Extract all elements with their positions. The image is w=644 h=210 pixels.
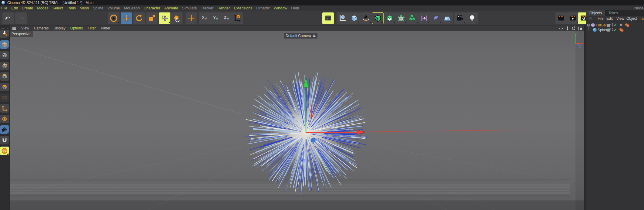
menu-item-character[interactable]: Character: [144, 6, 160, 10]
menu-item-mograph[interactable]: MoGraph: [124, 6, 140, 10]
x-axis-lock[interactable]: X: [199, 12, 210, 24]
menu-item-volume[interactable]: Volume: [107, 6, 120, 10]
zoom-view-button[interactable]: [565, 26, 570, 31]
make-editable-button[interactable]: [0, 30, 9, 38]
visibility-dots-icon[interactable]: [612, 23, 613, 27]
live-selection-tool[interactable]: [108, 12, 119, 24]
texture-mode-button[interactable]: [0, 51, 9, 59]
viewport-canvas[interactable]: [10, 25, 584, 210]
z-axis-lock[interactable]: Z: [221, 12, 233, 24]
undo-button[interactable]: [2, 12, 14, 24]
model-mode-button[interactable]: [0, 40, 9, 49]
viewport-menu-view[interactable]: View: [21, 26, 29, 30]
points-mode-button[interactable]: [0, 62, 9, 70]
camera-label[interactable]: Default Camera: [284, 33, 317, 39]
viewport-menu-options[interactable]: Options: [70, 26, 83, 30]
rotate-view-button[interactable]: [571, 26, 576, 31]
menu-item-animate[interactable]: Animate: [164, 6, 178, 10]
om-menu-edit[interactable]: Edit: [606, 16, 613, 21]
scale-tool[interactable]: [146, 12, 158, 24]
snap-toggle-button[interactable]: [0, 136, 9, 144]
view-label[interactable]: Perspective: [10, 31, 33, 37]
deformer-button[interactable]: [430, 12, 441, 24]
redo-button[interactable]: [15, 12, 27, 24]
menu-item-ornatrix[interactable]: Ornatrix: [256, 6, 270, 10]
environment-button[interactable]: [441, 12, 453, 24]
camera-button[interactable]: [454, 12, 466, 24]
palette-grip[interactable]: [1, 26, 8, 29]
workplane-button[interactable]: [0, 115, 9, 123]
viewport-menu-filter[interactable]: Filter: [88, 26, 96, 30]
menu-item-simulate[interactable]: Simulate: [182, 6, 197, 10]
render-active-view-button[interactable]: [567, 12, 579, 24]
menu-item-tracker[interactable]: Tracker: [201, 6, 213, 10]
menu-item-mesh[interactable]: Mesh: [80, 6, 89, 10]
layer-chip-icon[interactable]: [607, 29, 611, 32]
axis-mode-button[interactable]: [0, 104, 9, 113]
menu-item-render[interactable]: Render: [217, 6, 230, 10]
edges-mode-button[interactable]: [0, 72, 9, 81]
volume-button[interactable]: [395, 12, 407, 24]
viewport-menu-panel[interactable]: Panel: [101, 26, 110, 30]
volume-icon: [397, 14, 405, 22]
menu-item-edit[interactable]: Edit: [11, 6, 18, 10]
fields-button[interactable]: [418, 12, 430, 24]
menu-item-clipped[interactable]: Nodes: [634, 5, 644, 11]
om-menu-file[interactable]: File: [598, 16, 603, 21]
menu-item-help[interactable]: Help: [291, 6, 299, 10]
last-used-tool[interactable]: [159, 12, 170, 24]
om-menu-hamburger-icon[interactable]: [588, 17, 592, 21]
move-tool[interactable]: [121, 12, 132, 24]
quantize-button[interactable]: S: [0, 147, 9, 155]
lock-workplane-button[interactable]: [0, 125, 9, 134]
layer-chip-icon[interactable]: [607, 24, 611, 27]
axis-mode-icon: [1, 105, 8, 112]
polygons-mode-button[interactable]: [0, 83, 9, 91]
generator-button[interactable]: [384, 12, 395, 24]
menu-item-window[interactable]: Window: [274, 6, 287, 10]
om-menu-tags[interactable]: Tags: [640, 16, 644, 21]
maximize-view-button[interactable]: [578, 26, 583, 31]
add-primitive-button[interactable]: [348, 12, 360, 24]
object-row-sphere[interactable]: Sphere✓: [586, 28, 644, 32]
gear-tag-icon[interactable]: [619, 23, 623, 27]
om-tab-takes[interactable]: Takes: [605, 10, 621, 16]
enabled-check-icon[interactable]: ✓: [614, 23, 617, 27]
subdivision-surface-button[interactable]: [372, 12, 384, 24]
rotate-tool[interactable]: [133, 12, 145, 24]
viewport-menu-cameras[interactable]: Cameras: [34, 26, 49, 30]
tree-connector: [589, 25, 592, 30]
material-tags-icon[interactable]: [625, 23, 629, 27]
visibility-dots-icon[interactable]: [612, 28, 613, 32]
move-tool-secondary[interactable]: [186, 12, 197, 24]
menu-item-extensions[interactable]: Extensions: [234, 6, 252, 10]
modeling-settings-button[interactable]: [337, 12, 348, 24]
object-tree: +FurBall✓Sphere✓: [586, 22, 644, 210]
mograph-cloner-button[interactable]: [407, 12, 418, 24]
object-name[interactable]: FurBall: [596, 23, 607, 27]
viewport-panel[interactable]: ViewCamerasDisplayOptionsFilterPanel Per…: [10, 25, 584, 210]
om-tab-objects[interactable]: Objects: [586, 10, 605, 16]
menu-item-create[interactable]: Create: [22, 6, 33, 10]
om-menu-object[interactable]: Object: [626, 16, 637, 21]
enabled-check-icon[interactable]: ✓: [614, 28, 617, 32]
menu-item-select[interactable]: Select: [52, 6, 63, 10]
viewport-menu-display[interactable]: Display: [53, 26, 65, 30]
coordinate-system-toggle[interactable]: [231, 12, 243, 24]
spline-pen-button[interactable]: [360, 12, 372, 24]
viewport-menu-hamburger-icon[interactable]: [12, 26, 16, 31]
menu-item-tools[interactable]: Tools: [67, 6, 76, 10]
menu-item-file[interactable]: File: [1, 6, 7, 10]
pan-view-button[interactable]: [558, 26, 564, 31]
om-menu-view[interactable]: View: [616, 16, 624, 21]
menu-item-spline[interactable]: Spline: [93, 6, 103, 10]
render-view-button[interactable]: [322, 12, 334, 24]
render-preview-button[interactable]: [555, 12, 567, 24]
tweak-mode-button[interactable]: [0, 93, 9, 102]
object-row-furball[interactable]: +FurBall✓: [586, 23, 644, 28]
y-axis-lock[interactable]: Y: [210, 12, 222, 24]
material-tags-icon[interactable]: [619, 28, 624, 32]
menu-item-modes[interactable]: Modes: [37, 6, 49, 10]
tweak-tool[interactable]: [171, 12, 183, 24]
light-button[interactable]: [466, 12, 478, 24]
